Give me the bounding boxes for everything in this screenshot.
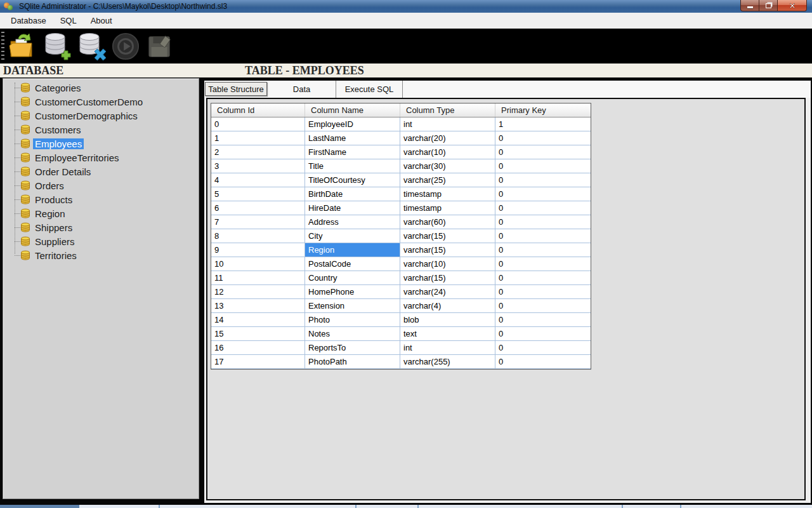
cell-primary-key[interactable]: 0: [495, 145, 591, 159]
taskbar[interactable]: [0, 505, 812, 508]
open-database-button[interactable]: [7, 30, 39, 62]
tab[interactable]: Execute SQL: [336, 81, 403, 98]
cell-column-id[interactable]: 4: [211, 173, 305, 187]
drop-table-button[interactable]: [75, 30, 107, 62]
tree-item-table[interactable]: EmployeeTerritories: [3, 150, 199, 164]
tree-item-table[interactable]: Products: [3, 192, 199, 206]
cell-column-id[interactable]: 11: [211, 271, 305, 285]
cell-column-name[interactable]: Region: [305, 243, 400, 257]
cell-primary-key[interactable]: 1: [495, 117, 591, 131]
cell-primary-key[interactable]: 0: [495, 201, 591, 215]
cell-column-type[interactable]: varchar(60): [400, 215, 495, 229]
cell-primary-key[interactable]: 0: [495, 215, 591, 229]
cell-column-id[interactable]: 17: [211, 355, 305, 369]
cell-primary-key[interactable]: 0: [495, 257, 591, 271]
save-button[interactable]: [144, 30, 176, 62]
tree-item-table[interactable]: CustomerCustomerDemo: [3, 95, 199, 109]
cell-column-name[interactable]: EmployeeID: [305, 117, 400, 131]
cell-primary-key[interactable]: 0: [495, 355, 591, 369]
cell-column-name[interactable]: HireDate: [305, 201, 400, 215]
cell-column-id[interactable]: 14: [211, 313, 305, 327]
menu-item[interactable]: SQL: [53, 13, 84, 28]
menu-item[interactable]: Database: [4, 13, 53, 28]
create-table-button[interactable]: [41, 30, 73, 62]
cell-column-id[interactable]: 1: [211, 131, 305, 145]
restore-button[interactable]: [759, 0, 778, 11]
cell-column-type[interactable]: timestamp: [400, 187, 495, 201]
cell-column-name[interactable]: Photo: [305, 313, 400, 327]
close-button[interactable]: [778, 0, 807, 11]
cell-column-id[interactable]: 0: [211, 117, 305, 131]
tree-item-table[interactable]: Order Details: [3, 164, 199, 178]
cell-column-type[interactable]: varchar(20): [400, 131, 495, 145]
grid-column-header[interactable]: Column Type: [400, 104, 495, 117]
cell-column-type[interactable]: int: [400, 117, 495, 131]
tab[interactable]: Table Structure: [205, 82, 267, 96]
cell-column-name[interactable]: HomePhone: [305, 285, 400, 299]
cell-column-name[interactable]: Notes: [305, 327, 400, 341]
cell-primary-key[interactable]: 0: [495, 187, 591, 201]
cell-column-type[interactable]: blob: [400, 313, 495, 327]
cell-primary-key[interactable]: 0: [495, 159, 591, 173]
cell-primary-key[interactable]: 0: [495, 131, 591, 145]
cell-column-type[interactable]: int: [400, 341, 495, 355]
grid-column-header[interactable]: Primary Key: [495, 104, 591, 117]
cell-column-id[interactable]: 7: [211, 215, 305, 229]
cell-column-type[interactable]: varchar(10): [400, 145, 495, 159]
cell-column-name[interactable]: Country: [305, 271, 400, 285]
tree-item-table[interactable]: Employees: [3, 137, 199, 150]
cell-column-name[interactable]: TitleOfCourtesy: [305, 173, 400, 187]
cell-column-type[interactable]: varchar(25): [400, 173, 495, 187]
cell-column-id[interactable]: 5: [211, 187, 305, 201]
cell-column-name[interactable]: Extension: [305, 299, 400, 313]
tree-item-table[interactable]: Region: [3, 206, 199, 220]
cell-column-name[interactable]: PostalCode: [305, 257, 400, 271]
minimize-button[interactable]: [740, 0, 759, 11]
execute-button[interactable]: [110, 30, 141, 62]
cell-primary-key[interactable]: 0: [495, 285, 591, 299]
cell-column-id[interactable]: 12: [211, 285, 305, 299]
cell-column-id[interactable]: 8: [211, 229, 305, 243]
cell-column-type[interactable]: varchar(15): [400, 271, 495, 285]
cell-primary-key[interactable]: 0: [495, 341, 591, 355]
tree-item-table[interactable]: Shippers: [3, 220, 199, 234]
cell-primary-key[interactable]: 0: [495, 327, 591, 341]
cell-column-type[interactable]: varchar(24): [400, 285, 495, 299]
cell-column-type[interactable]: varchar(10): [400, 257, 495, 271]
cell-primary-key[interactable]: 0: [495, 229, 591, 243]
toolbar-grip[interactable]: [1, 32, 4, 61]
tree-item-table[interactable]: Customers: [3, 123, 199, 137]
tree-item-table[interactable]: Suppliers: [3, 234, 199, 248]
cell-column-id[interactable]: 13: [211, 299, 305, 313]
cell-column-name[interactable]: City: [305, 229, 400, 243]
cell-column-id[interactable]: 2: [211, 145, 305, 159]
tree-item-table[interactable]: Orders: [3, 178, 199, 192]
cell-column-type[interactable]: varchar(255): [400, 355, 495, 369]
tree-item-table[interactable]: Territories: [3, 248, 199, 262]
cell-column-name[interactable]: Address: [305, 215, 400, 229]
cell-column-type[interactable]: varchar(15): [400, 229, 495, 243]
cell-column-type[interactable]: timestamp: [400, 201, 495, 215]
cell-primary-key[interactable]: 0: [495, 299, 591, 313]
cell-column-id[interactable]: 3: [211, 159, 305, 173]
cell-column-type[interactable]: text: [400, 327, 495, 341]
cell-column-name[interactable]: ReportsTo: [305, 341, 400, 355]
cell-column-name[interactable]: PhotoPath: [305, 355, 400, 369]
tab[interactable]: Data: [268, 81, 336, 98]
cell-column-type[interactable]: varchar(4): [400, 299, 495, 313]
cell-column-name[interactable]: BirthDate: [305, 187, 400, 201]
cell-column-type[interactable]: varchar(15): [400, 243, 495, 257]
tree-item-table[interactable]: Categories: [3, 81, 199, 95]
tree-item-table[interactable]: CustomerDemographics: [3, 109, 199, 123]
cell-column-id[interactable]: 15: [211, 327, 305, 341]
cell-column-name[interactable]: Title: [305, 159, 400, 173]
cell-primary-key[interactable]: 0: [495, 243, 591, 257]
grid-column-header[interactable]: Column Name: [305, 104, 400, 117]
cell-primary-key[interactable]: 0: [495, 173, 591, 187]
cell-primary-key[interactable]: 0: [495, 271, 591, 285]
menu-item[interactable]: About: [84, 13, 119, 28]
cell-column-id[interactable]: 6: [211, 201, 305, 215]
cell-column-name[interactable]: FirstName: [305, 145, 400, 159]
cell-column-name[interactable]: LastName: [305, 131, 400, 145]
cell-column-id[interactable]: 16: [211, 341, 305, 355]
